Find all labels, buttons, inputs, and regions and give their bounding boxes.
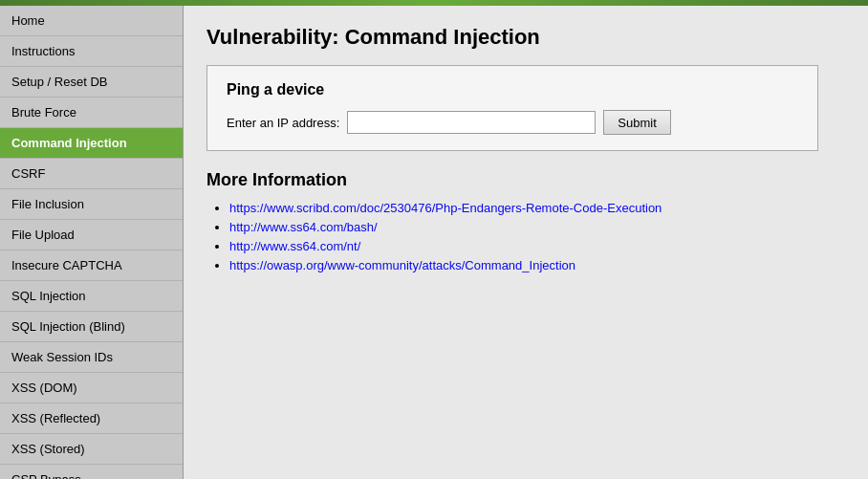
links-list: https://www.scribd.com/doc/2530476/Php-E… [206, 200, 845, 272]
more-info-link[interactable]: http://www.ss64.com/bash/ [229, 220, 378, 234]
sidebar-item-sql-injection[interactable]: SQL Injection [0, 281, 183, 312]
ip-label: Enter an IP address: [227, 116, 339, 130]
list-item: http://www.ss64.com/bash/ [229, 219, 845, 234]
sidebar-item-sql-injection-blind[interactable]: SQL Injection (Blind) [0, 312, 183, 342]
submit-button[interactable]: Submit [603, 110, 670, 135]
list-item: https://www.scribd.com/doc/2530476/Php-E… [229, 200, 845, 215]
ping-box: Ping a device Enter an IP address: Submi… [206, 65, 818, 151]
sidebar-item-setup-reset-db[interactable]: Setup / Reset DB [0, 67, 183, 98]
list-item: http://www.ss64.com/nt/ [229, 238, 845, 253]
more-info-link[interactable]: https://owasp.org/www-community/attacks/… [229, 258, 575, 272]
more-info-link[interactable]: https://www.scribd.com/doc/2530476/Php-E… [229, 201, 662, 215]
ip-input[interactable] [347, 111, 596, 134]
sidebar-item-csp-bypass[interactable]: CSP Bypass [0, 465, 183, 479]
main-content: Vulnerability: Command Injection Ping a … [184, 6, 868, 479]
sidebar-item-command-injection[interactable]: Command Injection [0, 128, 183, 159]
sidebar-item-csrf[interactable]: CSRF [0, 159, 183, 189]
sidebar-item-insecure-captcha[interactable]: Insecure CAPTCHA [0, 250, 183, 281]
sidebar-item-xss-reflected[interactable]: XSS (Reflected) [0, 403, 183, 434]
sidebar-item-xss-dom[interactable]: XSS (DOM) [0, 373, 183, 403]
more-info-link[interactable]: http://www.ss64.com/nt/ [229, 239, 360, 253]
sidebar-item-weak-session-ids[interactable]: Weak Session IDs [0, 342, 183, 373]
sidebar-item-brute-force[interactable]: Brute Force [0, 98, 183, 128]
ping-form: Enter an IP address: Submit [227, 110, 798, 135]
sidebar-item-file-inclusion[interactable]: File Inclusion [0, 189, 183, 220]
sidebar-item-home[interactable]: Home [0, 6, 183, 36]
sidebar-item-file-upload[interactable]: File Upload [0, 220, 183, 250]
sidebar-item-instructions[interactable]: Instructions [0, 36, 183, 67]
layout: HomeInstructionsSetup / Reset DBBrute Fo… [0, 6, 868, 479]
ping-box-title: Ping a device [227, 81, 798, 98]
page-title: Vulnerability: Command Injection [206, 25, 845, 50]
list-item: https://owasp.org/www-community/attacks/… [229, 257, 845, 272]
sidebar: HomeInstructionsSetup / Reset DBBrute Fo… [0, 6, 184, 479]
more-info-title: More Information [206, 170, 845, 190]
sidebar-item-xss-stored[interactable]: XSS (Stored) [0, 434, 183, 465]
